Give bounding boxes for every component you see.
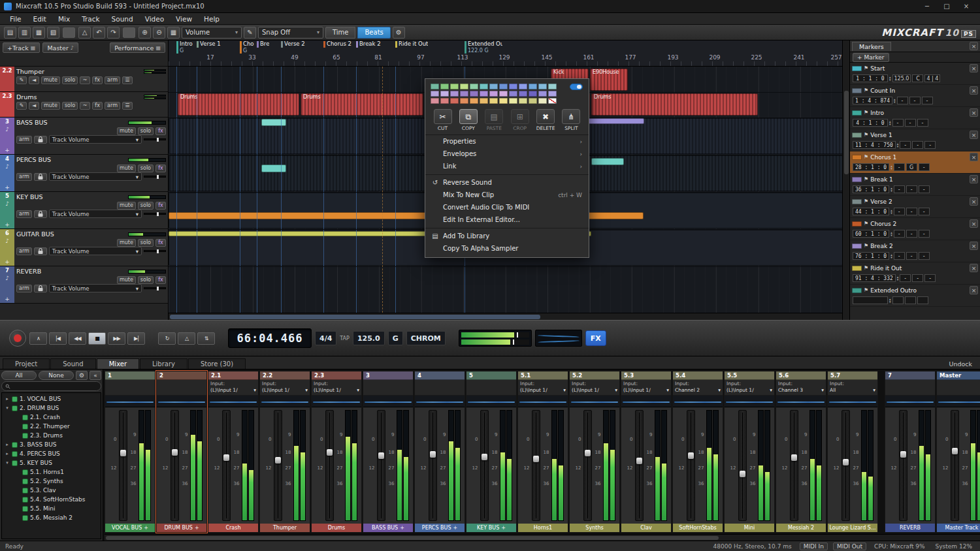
track-enable-checkbox[interactable] bbox=[22, 497, 28, 503]
strip-name-label[interactable]: Messiah 2+ bbox=[776, 524, 826, 532]
track-enable-checkbox[interactable] bbox=[22, 469, 28, 475]
tree-item-softhornstabs[interactable]: 5.4. SoftHornStabs bbox=[2, 495, 101, 504]
track-enable-checkbox[interactable] bbox=[12, 460, 18, 466]
color-swatch[interactable] bbox=[499, 91, 508, 97]
track-volume-select[interactable]: Track Volume ▾ bbox=[49, 135, 142, 144]
marker-meter-field[interactable]: - bbox=[917, 119, 928, 127]
add-subtrack-icon[interactable]: + bbox=[5, 221, 10, 228]
audio-clip[interactable] bbox=[588, 118, 644, 124]
marker-meter-field[interactable] bbox=[917, 296, 928, 304]
color-swatch[interactable] bbox=[460, 91, 468, 97]
solo-button[interactable]: solo bbox=[138, 239, 154, 247]
strip-name-label[interactable]: Mini+ bbox=[725, 524, 774, 532]
tree-item-mini[interactable]: 5.5. Mini bbox=[2, 504, 101, 513]
marker-tempo-field[interactable]: - bbox=[897, 97, 908, 104]
marker-row[interactable]: ⚑ Start × 1 : 1 : 0 ▴▾ 125.0 C 4 | 4 bbox=[850, 63, 980, 85]
menu-item[interactable]: Mix bbox=[52, 14, 76, 24]
bus-track-row[interactable]: 6 ♪ + GUITAR BUS mute solo fx bbox=[0, 229, 168, 266]
color-swatch[interactable] bbox=[460, 98, 468, 104]
delete-marker-button[interactable]: × bbox=[970, 64, 978, 72]
menu-item-copy-to-alpha-sampler[interactable]: Copy To Alpha Sampler › bbox=[425, 242, 589, 255]
lock-icon[interactable] bbox=[34, 285, 47, 292]
strip-input-select[interactable]: Input: Channel 3▾ bbox=[776, 380, 826, 396]
menu-item-envelopes[interactable]: Envelopes › bbox=[425, 148, 589, 160]
marker-row[interactable]: ⚑ Break 2 × 76 : 1 : 0 ▴▾ - - - bbox=[850, 240, 980, 262]
color-swatch[interactable] bbox=[440, 84, 449, 89]
lock-icon[interactable] bbox=[34, 247, 47, 255]
stop-button[interactable]: ■ bbox=[88, 332, 106, 345]
mixer-strip[interactable]: 5 ▾ 012 9182736 KEY BUS+ bbox=[466, 371, 517, 533]
color-swatch[interactable] bbox=[450, 91, 459, 97]
strip-input-select[interactable]: Input: All▾ bbox=[828, 380, 877, 396]
strip-name-label[interactable]: Synths+ bbox=[570, 524, 619, 532]
marker-color-chip[interactable] bbox=[852, 177, 862, 182]
marker-color-chip[interactable] bbox=[852, 288, 862, 293]
expand-arrow-icon[interactable]: ▾ bbox=[5, 405, 10, 411]
marker-time-field[interactable] bbox=[853, 296, 888, 304]
track-menu-icon[interactable]: ☰ bbox=[122, 102, 133, 110]
volume-slider[interactable] bbox=[144, 176, 166, 178]
rewind-button[interactable]: ◀◀ bbox=[69, 332, 86, 345]
arm-button[interactable]: arm bbox=[16, 210, 32, 218]
solo-button[interactable]: solo bbox=[138, 127, 154, 135]
fx-button[interactable]: fx bbox=[155, 127, 166, 135]
mute-button[interactable]: mute bbox=[117, 127, 136, 135]
color-swatch[interactable] bbox=[519, 91, 527, 97]
fader-handle[interactable] bbox=[533, 456, 539, 462]
delete-marker-button[interactable]: × bbox=[970, 286, 978, 294]
monitor-icon[interactable]: ◄ bbox=[29, 102, 39, 110]
volume-fader[interactable] bbox=[222, 410, 231, 521]
panel-tab[interactable]: Library bbox=[140, 358, 188, 369]
select-all-button[interactable]: All bbox=[1, 371, 37, 380]
add-marker-button[interactable]: + Marker bbox=[853, 53, 889, 62]
strip-input-select[interactable]: Input: (L)\Input 1/▾ bbox=[208, 380, 258, 396]
marker-time-field[interactable]: 4 : 1 : 0 bbox=[853, 119, 888, 127]
lock-icon[interactable] bbox=[34, 173, 47, 181]
fx-button[interactable]: fx bbox=[92, 102, 103, 110]
marker-tempo-field[interactable]: - bbox=[900, 141, 911, 149]
volume-fader[interactable] bbox=[635, 410, 644, 521]
stepper-icons[interactable]: ▴▾ bbox=[890, 165, 892, 170]
marker-key-field[interactable]: - bbox=[912, 141, 923, 149]
add-subtrack-icon[interactable]: + bbox=[5, 184, 10, 191]
delete-marker-button[interactable]: × bbox=[970, 131, 978, 139]
copy-button[interactable]: ⧉ COPY bbox=[456, 109, 480, 131]
strip-input-select[interactable]: Input: (L)\Input 1/▾ bbox=[260, 380, 310, 396]
marker-row[interactable]: ⚑ Chorus 1 × 28 : 1 : 0 ▴▾ - G - bbox=[850, 151, 980, 174]
strip-header[interactable]: 2.1 bbox=[208, 371, 258, 380]
strip-name-label[interactable]: BASS BUS+ bbox=[363, 524, 413, 532]
track-enable-checkbox[interactable] bbox=[22, 415, 28, 420]
color-swatch[interactable] bbox=[538, 98, 547, 104]
arm-button[interactable]: arm bbox=[105, 102, 120, 110]
tree-item-vocal-bus[interactable]: ▸ 1. VOCAL BUS bbox=[2, 394, 101, 403]
color-swatch[interactable] bbox=[529, 98, 537, 104]
volume-fader[interactable] bbox=[841, 410, 850, 521]
arm-button[interactable]: arm bbox=[16, 247, 32, 255]
marker-row[interactable]: ⚑ Extended Outro × ▴▾ bbox=[850, 285, 980, 307]
volume-fader[interactable] bbox=[171, 410, 179, 521]
fader-handle[interactable] bbox=[172, 449, 178, 456]
collapse-icon[interactable]: « bbox=[90, 371, 101, 380]
audio-clip[interactable]: E90House bbox=[590, 69, 628, 91]
record-button[interactable] bbox=[9, 330, 26, 347]
color-swatch[interactable] bbox=[548, 84, 557, 89]
mixer-strip[interactable]: 3 ▾ 012 9182736 BASS BUS+ bbox=[363, 371, 414, 533]
close-icon[interactable]: × bbox=[970, 42, 978, 50]
track-menu-icon[interactable]: ☰ bbox=[122, 76, 133, 84]
marker-meter-field[interactable]: - bbox=[919, 185, 930, 193]
solo-button[interactable]: solo bbox=[62, 76, 78, 84]
track-enable-checkbox[interactable] bbox=[12, 396, 18, 402]
marker-tempo-field[interactable] bbox=[892, 296, 904, 304]
marker-name[interactable]: Break 2 bbox=[870, 243, 968, 249]
fx-button[interactable]: fx bbox=[155, 239, 166, 247]
volume-fader[interactable] bbox=[532, 410, 540, 521]
stepper-icons[interactable]: ▴▾ bbox=[897, 276, 899, 281]
track-enable-checkbox[interactable] bbox=[22, 433, 28, 439]
add-send-icon[interactable]: + bbox=[453, 525, 457, 531]
paste-button[interactable]: ▤ PASTE bbox=[482, 109, 506, 131]
delete-marker-button[interactable]: × bbox=[970, 86, 978, 95]
new-project-icon[interactable]: ▤ bbox=[4, 27, 16, 39]
color-swatch[interactable] bbox=[519, 98, 527, 104]
track-row[interactable]: 2.2 Thumper ✎ ◄ mute s bbox=[0, 67, 168, 92]
menu-item[interactable]: View bbox=[170, 14, 198, 24]
